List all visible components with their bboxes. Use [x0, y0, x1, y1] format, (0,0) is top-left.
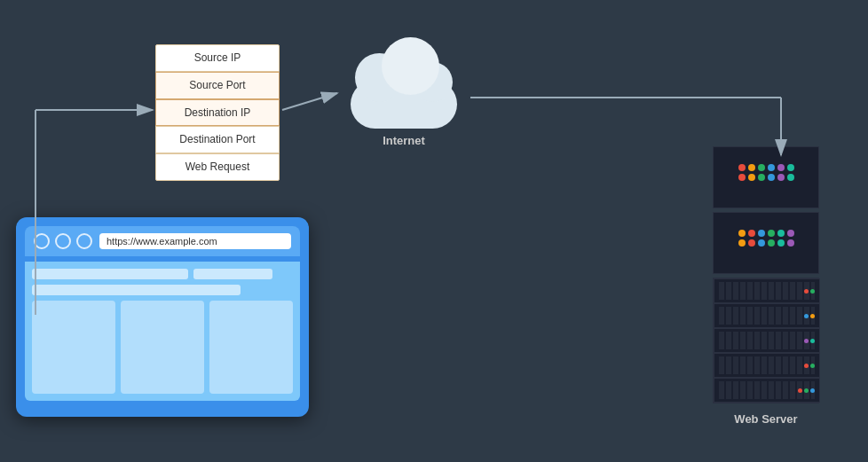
packet-field-source-port: Source Port — [155, 72, 280, 99]
rack-led — [810, 289, 815, 294]
packet-field-web-request: Web Request — [155, 153, 280, 181]
browser-url-text: https://www.example.com — [107, 236, 217, 247]
browser-dot-3 — [76, 233, 92, 249]
rack-led — [804, 314, 809, 318]
led-dot — [758, 164, 765, 171]
led-dot — [787, 174, 794, 181]
browser-columns — [32, 301, 293, 394]
rack-unit-5 — [714, 378, 820, 403]
rack-unit-dots-4 — [804, 364, 815, 368]
led-dot — [768, 174, 775, 181]
rack-unit-tall-2 — [713, 212, 819, 274]
led-dot — [777, 174, 785, 181]
browser-window: https://www.example.com — [16, 217, 309, 417]
led-dot — [787, 164, 794, 171]
led-dot — [777, 239, 785, 247]
rack-unit-1 — [714, 278, 820, 303]
rack-unit-4 — [714, 353, 820, 378]
packet-field-destination-ip: Destination IP — [155, 99, 280, 127]
led-dot — [777, 164, 785, 171]
rack-unit-3 — [714, 328, 820, 353]
packet-field-source-ip: Source IP — [155, 44, 280, 72]
rack-led — [804, 339, 809, 343]
browser-url-bar: https://www.example.com — [99, 233, 291, 249]
led-dot — [748, 174, 755, 181]
rack-unit-dots-2 — [804, 314, 815, 318]
browser-col-3 — [209, 301, 293, 394]
server-rack — [713, 146, 819, 403]
led-dot — [758, 174, 765, 181]
rack-unit-dots-1 — [804, 289, 815, 294]
rack-unit-dots-5 — [798, 388, 815, 393]
browser-col-1 — [32, 301, 115, 394]
cloud-icon — [337, 49, 470, 129]
server-container: Web Server — [713, 146, 819, 426]
led-dot — [738, 230, 746, 237]
led-dot — [738, 239, 746, 247]
cloud-container: Internet — [337, 49, 470, 147]
browser-content — [25, 262, 300, 401]
packet-field-destination-port: Destination Port — [155, 126, 280, 153]
server-label: Web Server — [734, 412, 797, 426]
rack-led — [810, 388, 815, 393]
led-dot — [768, 230, 775, 237]
rack-led — [804, 289, 809, 294]
rack-unit-dots-3 — [804, 339, 815, 343]
led-grid-2 — [738, 230, 794, 256]
led-dot — [738, 174, 746, 181]
browser-bar-3 — [32, 285, 241, 295]
browser-dot-2 — [55, 233, 71, 249]
led-grid-1 — [738, 164, 794, 191]
rack-tower — [713, 278, 819, 403]
browser-bar-1 — [32, 269, 188, 279]
rack-led — [804, 388, 809, 393]
led-dot — [777, 230, 785, 237]
led-dot — [758, 230, 765, 237]
browser-dots — [34, 233, 92, 249]
browser-toolbar: https://www.example.com — [25, 226, 300, 256]
led-dot — [787, 230, 794, 237]
led-dot — [738, 164, 746, 171]
browser-dot-1 — [34, 233, 50, 249]
led-dot — [768, 239, 775, 247]
arrow-line-to-cloud — [282, 93, 337, 110]
led-dot — [787, 239, 794, 247]
led-dot — [768, 164, 775, 171]
browser-content-row2 — [32, 285, 293, 295]
cloud-bump3 — [382, 37, 439, 95]
browser-content-row1 — [32, 269, 293, 279]
rack-led — [810, 339, 815, 343]
led-dot — [748, 164, 755, 171]
rack-led — [798, 388, 802, 393]
rack-led — [810, 364, 815, 368]
rack-led — [810, 314, 815, 318]
rack-unit-tall-1 — [713, 146, 819, 208]
led-dot — [758, 239, 765, 247]
rack-led — [804, 364, 809, 368]
rack-unit-2 — [714, 303, 820, 328]
packet-card: Source IP Source Port Destination IP Des… — [155, 44, 280, 181]
browser-col-2 — [121, 301, 204, 394]
led-dot — [748, 230, 755, 237]
cloud-label: Internet — [383, 134, 425, 147]
led-dot — [748, 239, 755, 247]
browser-bar-2 — [193, 269, 272, 279]
